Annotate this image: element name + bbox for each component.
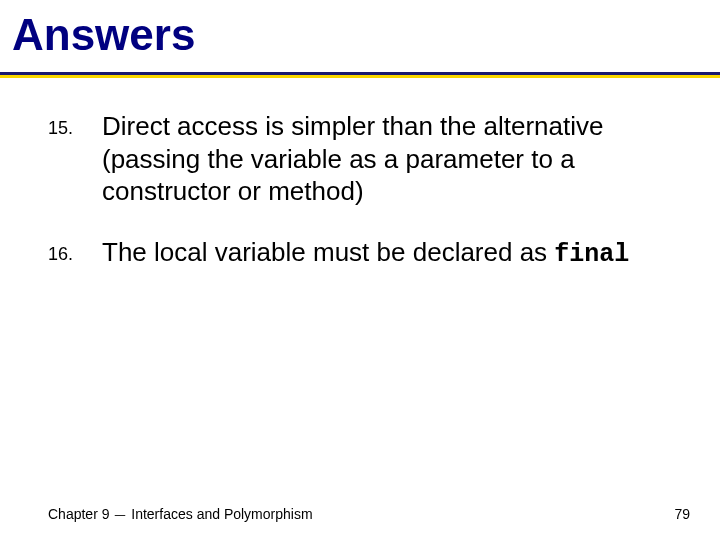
item-text: Direct access is simpler than the altern…	[102, 110, 680, 208]
item-number: 16.	[48, 236, 102, 265]
list-item: 16. The local variable must be declared …	[48, 236, 680, 270]
item-text-prefix: The local variable must be declared as	[102, 237, 554, 267]
item-number: 15.	[48, 110, 102, 139]
slide-title: Answers	[12, 10, 195, 60]
item-text: The local variable must be declared as f…	[102, 236, 680, 270]
slide: Answers 15. Direct access is simpler tha…	[0, 0, 720, 540]
list-item: 15. Direct access is simpler than the al…	[48, 110, 680, 208]
item-code: final	[554, 240, 629, 269]
footer-page-number: 79	[674, 506, 690, 522]
footer-chapter: Chapter 9 ⸺ Interfaces and Polymorphism	[48, 506, 313, 522]
title-rule-yellow	[0, 75, 720, 78]
slide-body: 15. Direct access is simpler than the al…	[48, 110, 680, 298]
